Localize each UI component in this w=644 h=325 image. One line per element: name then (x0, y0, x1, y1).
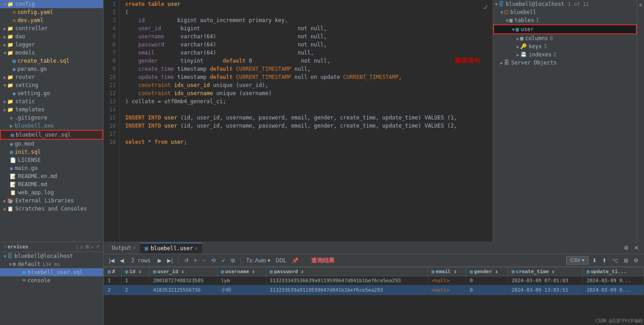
sidebar-item-setting[interactable]: ▼ 📁 setting (0, 81, 103, 89)
code-line-16: INSERT INTO user (id, user_id, username,… (125, 122, 484, 130)
remove-row-btn[interactable]: − (201, 256, 208, 265)
sidebar-item-models[interactable]: ▼ 📁 models (0, 49, 103, 57)
sidebar-item-license[interactable]: 📄 LICENSE (0, 156, 103, 164)
sidebar-item-readme-en[interactable]: 📝 README.en.md (0, 172, 103, 180)
fullscreen-btn[interactable]: ⊞ (622, 256, 630, 265)
col-header-gender[interactable]: ▦gender ↕ (466, 267, 508, 276)
sidebar-item-dao[interactable]: ▶ 📁 dao (0, 32, 103, 41)
services-btn-grid[interactable]: ⊞ (85, 244, 89, 250)
services-btn-sort[interactable]: ↕ (76, 244, 79, 250)
service-item-default[interactable]: ▼ ⚙ default 134 ms (0, 260, 103, 268)
settings-btn[interactable]: ⚙ (622, 244, 630, 252)
line-num-11: 11 (107, 81, 116, 89)
sidebar-item-readme[interactable]: 📝 README.md (0, 180, 103, 188)
arrow-icon: ▶ (517, 36, 519, 41)
service-item-bluebell-user-sql[interactable]: ▦ bluebell_user.sql (0, 268, 103, 276)
cell-id: 1 (121, 276, 149, 285)
nav-next-btn[interactable]: ▶ (156, 256, 163, 265)
col-header-update-time[interactable]: ▦update_ti... (583, 267, 644, 276)
tab-bluebell-user-close[interactable]: ✕ (195, 246, 198, 251)
db-server-objects-item[interactable]: ▶ 🗄 Server Objects (493, 59, 637, 67)
cell-create-time: 2024-03-09 07:01:03 (508, 276, 582, 285)
sidebar-item-label: create_table.sql (18, 58, 70, 64)
tab-bluebell-user[interactable]: ▦ bluebell.user ✕ (140, 243, 202, 253)
csv-btn[interactable]: CSV ▾ (566, 256, 589, 265)
col-header-id[interactable]: ▦id ↕ (121, 267, 149, 276)
services-btn-menu[interactable]: ≡ (80, 244, 83, 250)
db-tables-item[interactable]: ▼ ▦ tables 1 (493, 16, 637, 24)
col-icon: ▦ (512, 269, 515, 275)
sidebar-item-bluebell-exe[interactable]: ▶ bluebell.exe (0, 122, 103, 130)
sidebar-item-static[interactable]: ▶ 📁 static (0, 97, 103, 105)
table-row[interactable]: 2 2 4183532125556736 小明 313233639a911959… (104, 285, 644, 295)
sidebar-item-label: static (15, 98, 35, 105)
col-header-user-id[interactable]: ▦user_id ↕ (149, 267, 217, 276)
filter-btn[interactable]: ⌥ (610, 256, 620, 265)
col-icon: ▦ (153, 269, 156, 275)
db-schema-item[interactable]: ▼ ⬡ bluebell (493, 8, 637, 16)
service-item-connection[interactable]: ▼ 🗄 bluebell@localhost (0, 252, 103, 260)
refresh-btn[interactable]: ↺ (182, 256, 190, 265)
db-columns-item[interactable]: ▶ ▦ columns 8 (493, 34, 637, 42)
sidebar-item-gitignore[interactable]: ◈ .gitignore (0, 114, 103, 122)
sidebar-item-params-go[interactable]: ◉ params.go (0, 65, 103, 73)
arrow-icon: ▶ (4, 26, 6, 31)
add-row-btn[interactable]: + (192, 256, 199, 265)
sidebar-item-router[interactable]: ▶ 📁 router (0, 73, 103, 81)
sql-file-icon: ▦ (10, 149, 13, 155)
result-settings-btn[interactable]: ⚙ (632, 256, 640, 265)
folder-icon: 📁 (7, 42, 14, 48)
export-btn[interactable]: ⬇ (590, 256, 599, 265)
nav-first-btn[interactable]: |◀ (107, 256, 116, 265)
sidebar-item-templates[interactable]: ▶ 📁 templates (0, 105, 103, 114)
revert-btn[interactable]: ⟲ (209, 256, 218, 265)
sidebar-item-bluebell-user-sql[interactable]: ▦ bluebell_user.sql (0, 130, 103, 140)
import-btn[interactable]: ⬆ (600, 256, 608, 265)
tab-output-close[interactable]: ✕ (133, 245, 136, 250)
db-user-table-item[interactable]: ▼ ▦ user (493, 24, 637, 34)
code-view: 1 2 3 4 5 6 7 8 9 10 11 12 13 14 15 16 1 (104, 0, 493, 242)
result-table-wrap[interactable]: ▦# ▦id ↕ ▦user_id ↕ ▦username ↕ ▦passwor… (104, 267, 644, 325)
sidebar-item-controller[interactable]: ▶ 📁 controller (0, 24, 103, 32)
sidebar-item-setting-go[interactable]: ◉ setting.go (0, 89, 103, 97)
line-num-12: 12 (107, 89, 116, 97)
sidebar-item-scratches[interactable]: ▶ 📋 Scratches and Consoles (0, 205, 103, 213)
sidebar-item-dev-yaml[interactable]: ⚙ dev.yaml (0, 16, 103, 24)
sidebar-item-init-sql[interactable]: ▦ init.sql (0, 148, 103, 156)
sidebar-item-config-yaml[interactable]: ⚙ config.yaml (0, 8, 103, 16)
copy-btn[interactable]: ⧉ (229, 256, 237, 265)
col-header-create-time[interactable]: ▦create_time ↕ (508, 267, 582, 276)
services-btn-add[interactable]: + (91, 244, 94, 250)
sidebar-item-config[interactable]: ▼ 📁 config (0, 0, 103, 8)
services-btn-expand[interactable]: ↗ (95, 244, 100, 250)
sidebar-item-external-libs[interactable]: ▶ 📚 External Libraries (0, 197, 103, 205)
db-indexes-item[interactable]: ▶ 📇 indexes 2 (493, 50, 637, 59)
toolbar-right: CSV ▾ ⬇ ⬆ ⌥ ⊞ ⚙ (566, 256, 640, 265)
tab-output[interactable]: Output ✕ (107, 243, 140, 253)
checkmark-icon: ✓ (483, 2, 488, 12)
pin-btn[interactable]: 📌 (290, 256, 300, 265)
table-row[interactable]: 1 1 28018727488323585 lym 31323334353663… (104, 276, 644, 285)
editor-content[interactable]: ✓ 建表语句 1 2 3 4 5 6 7 8 9 10 11 12 13 (104, 0, 493, 242)
db-connection-item[interactable]: ▼ 🗄 bluebell@localhost 1 of 12 (493, 0, 637, 8)
col-header-username[interactable]: ▦username ↕ (217, 267, 266, 276)
sidebar-item-go-mod[interactable]: ◉ go.mod (0, 140, 103, 148)
sidebar-item-create-table-sql[interactable]: ▦ create_table.sql (0, 57, 103, 65)
ddl-btn[interactable]: DDL (274, 256, 288, 265)
result-toolbar: |◀ ◀ 2 rows ▶ ▶| ↺ + − ⟲ ✓ ⧉ Tx: Auto ▾ … (104, 254, 644, 267)
sidebar-item-main-go[interactable]: ◉ main.go (0, 164, 103, 172)
service-item-console[interactable]: ⌨ console (0, 276, 103, 284)
col-header-num[interactable]: ▦# (104, 267, 122, 276)
close-panel-btn[interactable]: ✕ (632, 244, 640, 252)
sidebar-item-web-app-log[interactable]: 📋 web_app.log (0, 188, 103, 197)
tab-bluebell-user-label: bluebell.user (151, 245, 193, 252)
db-keys-item[interactable]: ▶ 🔑 keys 3 (493, 42, 637, 50)
nav-prev-btn[interactable]: ◀ (118, 256, 126, 265)
apply-btn[interactable]: ✓ (219, 256, 227, 265)
nav-last-btn[interactable]: ▶| (165, 256, 174, 265)
col-header-email[interactable]: ▦email ↕ (428, 267, 466, 276)
sidebar-item-logger[interactable]: ▶ 📁 logger (0, 41, 103, 49)
tx-auto-btn[interactable]: Tx: Auto ▾ (245, 256, 272, 265)
col-header-password[interactable]: ▦password ↕ (266, 267, 427, 276)
db-result-area: Output ✕ ▦ bluebell.user ✕ ⚙ ✕ |◀ ◀ 2 ro… (104, 242, 644, 325)
